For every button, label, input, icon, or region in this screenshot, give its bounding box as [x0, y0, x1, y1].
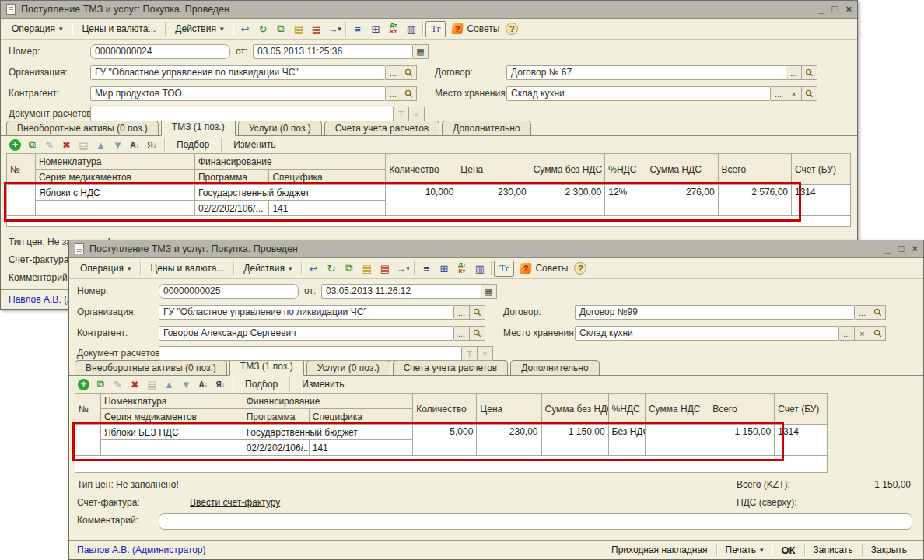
col-vat-percent[interactable]: %НДС — [605, 154, 646, 185]
search-icon[interactable] — [870, 326, 886, 341]
cell-vat-percent[interactable]: Без НДС — [608, 425, 645, 456]
tab-additional[interactable]: Дополнительно — [442, 121, 530, 135]
tips-button[interactable]: ? Советы — [520, 263, 568, 274]
prices-currency-button[interactable]: Цены и валюта... — [75, 22, 163, 36]
cell-series[interactable] — [35, 201, 194, 216]
receipt-document-icon[interactable]: ▤ — [289, 21, 307, 37]
return-document-icon[interactable]: ▤ — [376, 261, 394, 277]
tab-settlement-accounts[interactable]: Счета учета расчетов — [324, 121, 439, 135]
goto-icon[interactable]: →▾ — [325, 21, 343, 37]
sort-desc-icon[interactable]: Я↓ — [213, 377, 228, 391]
edit-row-icon[interactable]: ✎ — [42, 138, 57, 152]
col-num[interactable]: № — [75, 394, 101, 425]
move-up-icon[interactable]: ▲ — [93, 138, 108, 152]
help-icon[interactable]: ? — [506, 23, 518, 35]
cell-specifics[interactable]: 141 — [269, 201, 386, 216]
close-icon[interactable]: × — [845, 4, 852, 15]
actions-menu[interactable]: Действия▾ — [236, 261, 299, 275]
sort-asc-icon[interactable]: А↓ — [196, 377, 211, 391]
col-account[interactable]: Счет (БУ) — [775, 394, 828, 425]
ok-button[interactable]: ОК — [772, 544, 803, 556]
add-row-icon[interactable]: + — [9, 139, 21, 151]
comment-field[interactable] — [159, 513, 912, 530]
select-button[interactable]: ... — [855, 305, 870, 320]
operation-menu[interactable]: Операция▾ — [5, 22, 69, 36]
settings-list-icon[interactable]: ⊞ — [366, 21, 384, 37]
sort-asc-icon[interactable]: А↓ — [128, 138, 142, 152]
row-number-cell[interactable]: 1 — [75, 425, 101, 456]
cell-program[interactable]: 02/2/202/106/... — [194, 201, 268, 216]
cell-specifics[interactable]: 141 — [309, 440, 412, 456]
cell-sum-wo-vat[interactable]: 2 300,00 — [530, 185, 605, 216]
number-field[interactable]: 00000000024 — [90, 44, 230, 59]
select-button[interactable]: ... — [454, 305, 470, 320]
receipt-note-button[interactable]: Приходная накладная — [603, 544, 716, 555]
table-empty-area[interactable] — [6, 216, 851, 227]
save-button[interactable]: Записать — [805, 544, 862, 555]
titlebar[interactable]: Поступление ТМЗ и услуг: Покупка. Провед… — [1, 1, 857, 19]
col-financing[interactable]: Финансирование — [194, 154, 385, 170]
settlement-doc-field[interactable] — [159, 346, 462, 361]
search-icon[interactable] — [401, 86, 417, 101]
text-format-button[interactable]: Тг — [425, 21, 446, 37]
col-program[interactable]: Программа — [243, 409, 309, 425]
minimize-icon[interactable]: _ — [818, 4, 824, 15]
structure-icon[interactable]: ≡ — [348, 21, 366, 37]
tab-additional[interactable]: Дополнительно — [510, 360, 599, 375]
search-icon[interactable] — [802, 65, 817, 80]
col-specifics[interactable]: Специфика — [309, 409, 412, 425]
refresh-icon[interactable]: ↻ — [322, 261, 340, 277]
move-down-icon[interactable]: ▼ — [179, 377, 194, 391]
col-program[interactable]: Программа — [194, 170, 268, 185]
select-button[interactable]: ... — [386, 86, 401, 101]
select-button[interactable]: ... — [839, 326, 855, 341]
select-button[interactable]: ... — [454, 326, 470, 341]
cell-vat-percent[interactable]: 12% — [605, 185, 646, 216]
col-quantity[interactable]: Количество — [386, 154, 457, 185]
col-vat-percent[interactable]: %НДС — [608, 394, 645, 425]
table-row[interactable]: 1 Яблоки БЕЗ НДС Государственный бюджет … — [75, 425, 828, 440]
copy-row-icon[interactable]: ⧉ — [93, 377, 108, 391]
actions-menu[interactable]: Действия▾ — [168, 22, 230, 36]
minimize-icon[interactable]: _ — [884, 243, 890, 254]
date-field[interactable]: 03.05.2013 11:25:36 — [253, 44, 413, 59]
sort-desc-icon[interactable]: Я↓ — [145, 138, 159, 152]
settlement-doc-field[interactable] — [90, 107, 394, 121]
add-row-icon[interactable]: + — [78, 379, 89, 390]
copy-document-icon[interactable]: ⧉ — [340, 261, 358, 277]
dt-kt-icon[interactable]: ДтКт — [384, 21, 402, 37]
edit-row-icon[interactable]: ✎ — [110, 377, 125, 391]
col-total[interactable]: Всего — [718, 154, 791, 185]
cell-sum-wo-vat[interactable]: 1 150,00 — [541, 425, 608, 456]
type-button[interactable]: T — [462, 346, 478, 361]
maximize-icon[interactable]: □ — [898, 243, 905, 254]
col-num[interactable]: № — [7, 154, 36, 185]
post-document-icon[interactable]: ↩ — [236, 21, 254, 37]
change-button[interactable]: Изменить — [295, 379, 351, 390]
journal-icon[interactable]: ▥ — [471, 261, 488, 277]
col-series[interactable]: Серия медикаментов — [35, 170, 194, 185]
organization-field[interactable]: ГУ "Областное управление по ликвидации Ч… — [90, 65, 386, 80]
tab-fixed-assets[interactable]: Внеоборотные активы (0 поз.) — [6, 121, 159, 135]
col-sum-wo-vat[interactable]: Сумма без НДС — [541, 394, 608, 425]
cell-financing[interactable]: Государственный бюджет — [194, 185, 385, 201]
counterparty-field[interactable]: Говоров Александр Сергеевич — [159, 326, 454, 341]
pick-button[interactable]: Подбор — [238, 379, 285, 390]
col-total[interactable]: Всего — [709, 394, 775, 425]
cell-price[interactable]: 230,00 — [477, 425, 541, 456]
tab-services[interactable]: Услуги (0 поз.) — [306, 360, 390, 375]
col-series[interactable]: Серия медикаментов — [100, 409, 243, 425]
cell-series[interactable] — [100, 440, 243, 456]
clear-icon[interactable]: × — [478, 346, 493, 361]
calendar-icon[interactable]: ▦ — [413, 44, 429, 59]
col-vat-sum[interactable]: Сумма НДС — [645, 394, 709, 425]
col-price[interactable]: Цена — [477, 394, 541, 425]
col-sum-wo-vat[interactable]: Сумма без НДС — [530, 154, 605, 185]
table-row[interactable]: 1 Яблоки с НДС Государственный бюджет 10… — [7, 185, 851, 201]
cell-total[interactable]: 2 576,00 — [718, 185, 791, 216]
clear-icon[interactable]: × — [409, 107, 425, 121]
search-icon[interactable] — [470, 326, 485, 341]
tab-fixed-assets[interactable]: Внеоборотные активы (0 поз.) — [75, 360, 227, 375]
search-icon[interactable] — [470, 305, 485, 320]
enter-invoice-link[interactable]: Ввести счет-фактуру — [190, 495, 280, 510]
